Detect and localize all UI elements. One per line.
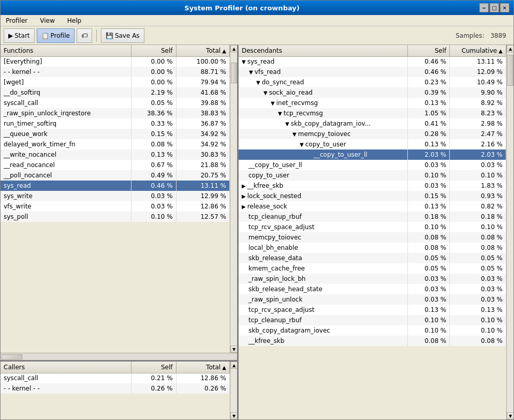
save-icon: 💾 — [106, 32, 113, 39]
descendant-self: 0.08 % — [407, 336, 450, 346]
maximize-button[interactable]: □ — [490, 3, 499, 12]
callers-scroll-up[interactable]: ▲ — [230, 362, 237, 369]
functions-row[interactable]: __read_nocancel 0.67 % 21.88 % — [1, 160, 230, 170]
functions-row[interactable]: sys_write 0.03 % 12.99 % — [1, 191, 230, 201]
scroll-thumb[interactable] — [231, 63, 237, 83]
functions-row[interactable]: sys_poll 0.10 % 12.57 % — [1, 212, 230, 222]
descendant-name: ▼sys_read — [239, 56, 407, 67]
functions-row[interactable]: delayed_work_timer_fn 0.08 % 34.92 % — [1, 139, 230, 149]
functions-row[interactable]: run_timer_softirq 0.33 % 36.87 % — [1, 118, 230, 129]
functions-row[interactable]: [wget] 0.00 % 79.94 % — [1, 77, 230, 87]
descendants-row[interactable]: kmem_cache_free 0.05 % 0.05 % — [239, 263, 506, 274]
save-as-button[interactable]: 💾 Save As — [101, 28, 144, 43]
functions-row[interactable]: _raw_spin_unlock_irqrestore 38.36 % 38.8… — [1, 108, 230, 118]
descendants-row[interactable]: ▼sock_aio_read 0.39 % 9.90 % — [239, 87, 506, 98]
descendant-self: 0.08 % — [407, 243, 450, 253]
functions-row[interactable]: __do_softirq 2.19 % 41.68 % — [1, 87, 230, 98]
functions-row[interactable]: __poll_nocancel 0.49 % 20.75 % — [1, 170, 230, 181]
descendants-vscrollbar[interactable]: ▲ ▼ — [506, 45, 513, 419]
descendants-row[interactable]: skb_release_data 0.05 % 0.05 % — [239, 253, 506, 263]
descendants-row[interactable]: _raw_spin_lock_bh 0.03 % 0.03 % — [239, 274, 506, 284]
descendants-row[interactable]: ▼vfs_read 0.46 % 12.09 % — [239, 67, 506, 77]
descendants-row[interactable]: ▼skb_copy_datagram_iov... 0.41 % 2.98 % — [239, 118, 506, 129]
descendants-row[interactable]: ▼memcpy_toiovec 0.28 % 2.47 % — [239, 129, 506, 139]
col-header-cumulative[interactable]: Cumulative — [450, 45, 506, 56]
menu-profiler[interactable]: Profiler — [3, 16, 31, 25]
functions-row[interactable]: [Everything] 0.00 % 100.00 % — [1, 56, 230, 67]
descendants-row[interactable]: ▼tcp_recvmsg 1.05 % 8.23 % — [239, 108, 506, 118]
tree-toggle-icon: ▼ — [249, 69, 253, 75]
descendant-name: ▼sock_aio_read — [239, 87, 407, 98]
h-scroll-thumb[interactable] — [2, 354, 22, 359]
descendants-row[interactable]: tcp_rcv_space_adjust 0.10 % 0.10 % — [239, 222, 506, 232]
profile-button[interactable]: 📋 Profile — [37, 28, 75, 43]
descendant-self: 0.10 % — [407, 315, 450, 325]
descendants-row[interactable]: _raw_spin_unlock 0.03 % 0.03 % — [239, 294, 506, 305]
col-header-desc-self[interactable]: Self — [407, 45, 450, 56]
desc-scroll-track[interactable] — [507, 52, 513, 412]
descendants-row[interactable]: tcp_cleanup_rbuf 0.10 % 0.10 % — [239, 315, 506, 325]
desc-scroll-up[interactable]: ▲ — [507, 45, 513, 52]
descendants-row[interactable]: copy_to_user 0.10 % 0.10 % — [239, 170, 506, 181]
descendants-row[interactable]: tcp_rcv_space_adjust 0.13 % 0.13 % — [239, 305, 506, 315]
functions-table-wrapper[interactable]: Functions Self Total [Everything] 0.00 %… — [1, 45, 230, 353]
callers-row[interactable]: syscall_call 0.21 % 12.86 % — [1, 373, 230, 383]
descendants-row[interactable]: ▼sys_read 0.46 % 13.11 % — [239, 56, 506, 67]
annotate-button[interactable]: 🏷 — [77, 28, 92, 43]
desc-scroll-down[interactable]: ▼ — [507, 412, 513, 419]
functions-row[interactable]: vfs_write 0.03 % 12.86 % — [1, 201, 230, 212]
start-button[interactable]: ▶ Start — [4, 28, 35, 43]
function-name: syscall_call — [1, 98, 131, 108]
col-header-callers-self[interactable]: Self — [131, 362, 176, 373]
functions-row[interactable]: syscall_call 0.05 % 39.88 % — [1, 98, 230, 108]
descendants-row[interactable]: local_bh_enable 0.08 % 0.08 % — [239, 243, 506, 253]
tree-toggle-icon: ▼ — [263, 90, 268, 96]
descendants-row[interactable]: ▶release_sock 0.13 % 0.82 % — [239, 201, 506, 212]
descendants-row[interactable]: ▶__kfree_skb 0.03 % 1.83 % — [239, 181, 506, 191]
desc-scroll-thumb[interactable] — [507, 55, 513, 86]
descendants-row[interactable]: __kfree_skb 0.08 % 0.08 % — [239, 336, 506, 346]
menu-help[interactable]: Help — [64, 16, 84, 25]
functions-row[interactable]: sys_read 0.46 % 13.11 % — [1, 181, 230, 191]
functions-vscrollbar[interactable]: ▲ ▼ — [230, 45, 237, 353]
functions-row[interactable]: __write_nocancel 0.13 % 30.83 % — [1, 149, 230, 160]
callers-scroll-down[interactable]: ▼ — [230, 412, 237, 419]
scroll-down-btn[interactable]: ▼ — [230, 346, 237, 353]
descendant-cumulative: 2.47 % — [450, 129, 506, 139]
callers-scroll-track[interactable] — [230, 369, 237, 412]
scroll-up-btn[interactable]: ▲ — [230, 45, 237, 52]
descendants-row[interactable]: __copy_to_user_ll 2.03 % 2.03 % — [239, 149, 506, 160]
minimize-button[interactable]: − — [479, 3, 489, 12]
col-header-self[interactable]: Self — [131, 45, 176, 56]
descendants-row[interactable]: ▼do_sync_read 0.23 % 10.49 % — [239, 77, 506, 87]
function-self: 0.13 % — [131, 149, 176, 160]
descendants-row[interactable]: skb_copy_datagram_iovec 0.10 % 0.10 % — [239, 325, 506, 336]
callers-vscrollbar[interactable]: ▲ ▼ — [230, 362, 237, 419]
col-header-callers-total[interactable]: Total — [176, 362, 229, 373]
col-header-functions[interactable]: Functions — [1, 45, 131, 56]
col-header-total[interactable]: Total — [176, 45, 229, 56]
menu-view[interactable]: View — [37, 16, 57, 25]
window-title: System Profiler (on crownbay) — [5, 4, 479, 12]
functions-hscrollbar[interactable] — [1, 353, 237, 360]
descendants-row[interactable]: __copy_to_user_ll 0.03 % 0.03 % — [239, 160, 506, 170]
descendants-row[interactable]: ▶lock_sock_nested 0.15 % 0.93 % — [239, 191, 506, 201]
descendants-row[interactable]: tcp_cleanup_rbuf 0.18 % 0.18 % — [239, 212, 506, 222]
scroll-track[interactable] — [230, 52, 237, 346]
functions-row[interactable]: __queue_work 0.15 % 34.92 % — [1, 129, 230, 139]
col-header-callers[interactable]: Callers — [1, 362, 131, 373]
callers-table-wrapper[interactable]: Callers Self Total syscall_call 0.21 % 1… — [1, 362, 230, 419]
close-button[interactable]: ✕ — [500, 3, 509, 12]
descendants-row[interactable]: memcpy_toiovec 0.08 % 0.08 % — [239, 232, 506, 243]
col-header-descendants[interactable]: Descendants — [239, 45, 407, 56]
descendants-row[interactable]: skb_release_head_state 0.03 % 0.03 % — [239, 284, 506, 294]
descendants-row[interactable]: ▼inet_recvmsg 0.13 % 8.92 % — [239, 98, 506, 108]
descendants-row[interactable]: ▼copy_to_user 0.13 % 2.16 % — [239, 139, 506, 149]
descendants-table-wrapper[interactable]: Descendants Self Cumulative ▼sys_read 0.… — [239, 45, 506, 419]
function-self: 0.03 % — [131, 201, 176, 212]
functions-row[interactable]: - - kernel - - 0.00 % 88.71 % — [1, 67, 230, 77]
descendant-name: ▼vfs_read — [239, 67, 407, 77]
descendant-cumulative: 0.10 % — [450, 325, 506, 336]
callers-row[interactable]: - - kernel - - 0.26 % 0.26 % — [1, 383, 230, 394]
descendant-self: 0.10 % — [407, 170, 450, 181]
